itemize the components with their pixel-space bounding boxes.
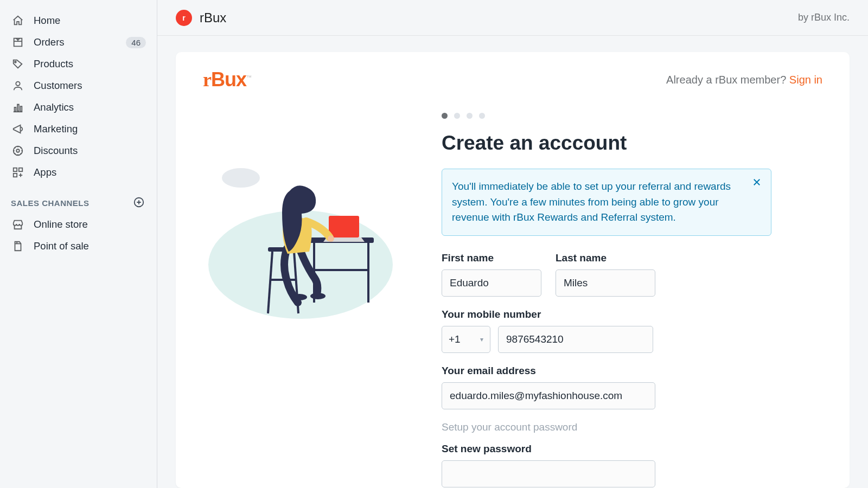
svg-rect-7 <box>14 168 17 171</box>
svg-rect-2 <box>15 107 16 111</box>
signin-link[interactable]: Sign in <box>789 74 822 86</box>
discounts-icon <box>11 144 25 158</box>
sidebar-item-online-store[interactable]: Online store <box>5 214 151 235</box>
step-indicator <box>442 113 789 119</box>
sidebar-item-label: Home <box>34 15 146 27</box>
step-dot <box>454 113 460 119</box>
sidebar-section-title: SALES CHANNELS <box>11 198 90 208</box>
svg-point-12 <box>222 168 260 188</box>
products-icon <box>11 57 25 71</box>
customers-icon <box>11 79 25 93</box>
phone-input[interactable] <box>498 326 653 353</box>
svg-rect-17 <box>329 216 359 237</box>
email-input[interactable] <box>442 382 655 409</box>
sidebar-item-label: Online store <box>34 219 146 230</box>
sidebar-item-label: Marketing <box>34 123 146 135</box>
svg-point-24 <box>328 235 334 242</box>
step-dot <box>467 113 473 119</box>
apps-icon <box>11 165 25 179</box>
sidebar-item-analytics[interactable]: Analytics <box>5 97 151 118</box>
sidebar-item-discounts[interactable]: Discounts <box>5 140 151 162</box>
sidebar-item-label: Customers <box>34 80 146 92</box>
sidebar-item-label: Apps <box>34 166 146 178</box>
sidebar-item-label: Point of sale <box>34 240 146 252</box>
pos-icon <box>11 239 25 253</box>
svg-point-0 <box>15 61 16 63</box>
mobile-label: Your mobile number <box>442 309 789 320</box>
sidebar-item-pos[interactable]: Point of sale <box>5 235 151 257</box>
chevron-down-icon: ▾ <box>480 336 483 343</box>
last-name-input[interactable] <box>556 269 655 297</box>
svg-rect-9 <box>14 174 17 177</box>
svg-point-1 <box>16 82 20 86</box>
svg-rect-8 <box>19 168 22 171</box>
orders-icon <box>11 35 25 49</box>
sidebar-item-marketing[interactable]: Marketing <box>5 118 151 140</box>
phone-code-select[interactable]: +1 ▾ <box>442 326 490 353</box>
first-name-input[interactable] <box>442 269 541 297</box>
sidebar-item-customers[interactable]: Customers <box>5 75 151 97</box>
sidebar-item-label: Discounts <box>34 145 146 157</box>
rbux-logo: rBux™ <box>203 68 251 91</box>
online-store-icon <box>11 217 25 232</box>
brand-name: rBux <box>200 10 226 25</box>
sidebar-item-home[interactable]: Home <box>5 10 151 31</box>
svg-point-23 <box>310 293 326 299</box>
signin-prompt: Already a rBux member? Sign in <box>666 74 822 86</box>
sidebar-item-label: Analytics <box>34 101 146 113</box>
password-input[interactable] <box>442 460 655 487</box>
home-icon <box>11 14 25 28</box>
sidebar-item-label: Products <box>34 58 146 70</box>
brand-badge: r <box>176 10 192 26</box>
sidebar-item-label: Orders <box>34 36 126 48</box>
info-text: You'll immediately be able to set up you… <box>452 181 731 223</box>
first-name-label: First name <box>442 252 541 264</box>
close-icon[interactable] <box>750 176 763 189</box>
sidebar-item-apps[interactable]: Apps <box>5 162 151 183</box>
step-dot <box>442 113 448 119</box>
by-text: by rBux Inc. <box>798 12 850 23</box>
sidebar-item-orders[interactable]: Orders 46 <box>5 31 151 53</box>
svg-rect-3 <box>17 105 19 112</box>
topbar: r rBux by rBux Inc. <box>157 0 868 36</box>
last-name-label: Last name <box>556 252 655 264</box>
step-dot <box>479 113 485 119</box>
orders-badge: 46 <box>126 37 146 48</box>
analytics-icon <box>11 100 25 114</box>
page-title: Create an acccount <box>442 132 789 155</box>
sidebar-section-header: SALES CHANNELS <box>5 183 151 214</box>
add-channel-icon[interactable] <box>133 196 146 209</box>
illustration <box>203 134 398 321</box>
password-label: Set new password <box>442 443 655 455</box>
sidebar-item-products[interactable]: Products <box>5 53 151 75</box>
svg-rect-4 <box>21 106 22 111</box>
info-box: You'll immediately be able to set up you… <box>442 169 771 236</box>
svg-point-22 <box>292 294 307 300</box>
sidebar: Home Orders 46 Products Customers Anal <box>0 0 157 488</box>
marketing-icon <box>11 122 25 136</box>
email-label: Your email address <box>442 365 655 377</box>
password-section-title: Setup your account password <box>442 421 789 433</box>
main-card: rBux™ Already a rBux member? Sign in <box>176 52 850 488</box>
svg-point-6 <box>16 149 20 152</box>
